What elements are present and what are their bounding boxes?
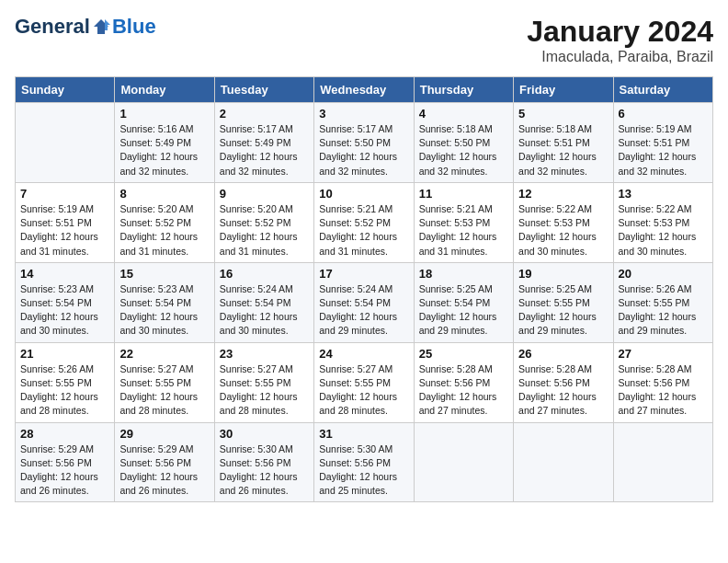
day-info: Sunrise: 5:18 AMSunset: 5:50 PMDaylight:… [419,122,508,178]
day-number: 27 [619,347,708,361]
calendar-cell: 6Sunrise: 5:19 AMSunset: 5:51 PMDaylight… [613,103,712,183]
calendar-week-row: 14Sunrise: 5:23 AMSunset: 5:54 PMDayligh… [16,262,713,342]
day-number: 1 [119,107,209,121]
calendar-cell: 8Sunrise: 5:20 AMSunset: 5:52 PMDaylight… [115,182,214,262]
calendar-cell: 30Sunrise: 5:30 AMSunset: 5:56 PMDayligh… [214,422,313,502]
day-number: 12 [518,187,608,201]
day-number: 26 [518,347,608,361]
day-info: Sunrise: 5:21 AMSunset: 5:53 PMDaylight:… [419,202,508,259]
month-title: January 2024 [527,15,713,49]
day-info: Sunrise: 5:26 AMSunset: 5:55 PMDaylight:… [619,282,708,339]
calendar-cell: 21Sunrise: 5:26 AMSunset: 5:55 PMDayligh… [16,342,115,422]
calendar-cell: 22Sunrise: 5:27 AMSunset: 5:55 PMDayligh… [115,342,214,422]
day-info: Sunrise: 5:20 AMSunset: 5:52 PMDaylight:… [220,202,309,259]
col-header-wednesday: Wednesday [314,77,414,103]
day-info: Sunrise: 5:22 AMSunset: 5:53 PMDaylight:… [518,202,608,259]
day-info: Sunrise: 5:27 AMSunset: 5:55 PMDaylight:… [220,362,309,419]
day-number: 4 [419,107,508,121]
day-info: Sunrise: 5:28 AMSunset: 5:56 PMDaylight:… [518,362,608,419]
day-number: 30 [220,427,309,441]
calendar-cell: 16Sunrise: 5:24 AMSunset: 5:54 PMDayligh… [214,262,313,342]
calendar-cell: 1Sunrise: 5:16 AMSunset: 5:49 PMDaylight… [115,103,214,183]
calendar-cell: 31Sunrise: 5:30 AMSunset: 5:56 PMDayligh… [314,422,414,502]
col-header-sunday: Sunday [16,77,115,103]
day-number: 22 [119,347,209,361]
col-header-monday: Monday [115,77,214,103]
logo-blue-text: Blue [112,15,156,39]
day-info: Sunrise: 5:29 AMSunset: 5:56 PMDaylight:… [20,442,109,499]
day-info: Sunrise: 5:17 AMSunset: 5:50 PMDaylight:… [319,122,408,178]
calendar-week-row: 28Sunrise: 5:29 AMSunset: 5:56 PMDayligh… [16,422,713,502]
day-info: Sunrise: 5:20 AMSunset: 5:52 PMDaylight:… [119,202,209,259]
day-number: 24 [319,347,408,361]
calendar-cell: 15Sunrise: 5:23 AMSunset: 5:54 PMDayligh… [115,262,214,342]
page-header: General Blue January 2024 Imaculada, Par… [15,15,713,65]
day-info: Sunrise: 5:17 AMSunset: 5:49 PMDaylight:… [220,122,309,178]
svg-marker-1 [105,19,110,30]
calendar-cell: 28Sunrise: 5:29 AMSunset: 5:56 PMDayligh… [16,422,115,502]
day-number: 21 [20,347,109,361]
calendar-table: SundayMondayTuesdayWednesdayThursdayFrid… [15,76,713,502]
calendar-cell: 3Sunrise: 5:17 AMSunset: 5:50 PMDaylight… [314,103,414,183]
day-number: 5 [518,107,608,121]
day-number: 14 [20,267,109,281]
day-number: 13 [619,187,708,201]
day-info: Sunrise: 5:27 AMSunset: 5:55 PMDaylight:… [119,362,209,419]
day-number: 2 [220,107,309,121]
day-info: Sunrise: 5:25 AMSunset: 5:54 PMDaylight:… [419,282,508,339]
calendar-cell [16,103,115,183]
calendar-cell [414,422,513,502]
calendar-cell: 20Sunrise: 5:26 AMSunset: 5:55 PMDayligh… [613,262,712,342]
day-info: Sunrise: 5:27 AMSunset: 5:55 PMDaylight:… [319,362,408,419]
calendar-cell [613,422,712,502]
day-info: Sunrise: 5:16 AMSunset: 5:49 PMDaylight:… [119,122,209,178]
day-info: Sunrise: 5:24 AMSunset: 5:54 PMDaylight:… [319,282,408,339]
calendar-cell [514,422,613,502]
calendar-cell: 24Sunrise: 5:27 AMSunset: 5:55 PMDayligh… [314,342,414,422]
logo: General Blue [15,15,156,39]
col-header-thursday: Thursday [414,77,513,103]
location-title: Imaculada, Paraiba, Brazil [527,49,713,65]
day-number: 19 [518,267,608,281]
calendar-cell: 14Sunrise: 5:23 AMSunset: 5:54 PMDayligh… [16,262,115,342]
day-info: Sunrise: 5:19 AMSunset: 5:51 PMDaylight:… [20,202,109,259]
calendar-week-row: 7Sunrise: 5:19 AMSunset: 5:51 PMDaylight… [16,182,713,262]
calendar-cell: 23Sunrise: 5:27 AMSunset: 5:55 PMDayligh… [214,342,313,422]
day-number: 3 [319,107,408,121]
day-info: Sunrise: 5:28 AMSunset: 5:56 PMDaylight:… [619,362,708,419]
day-info: Sunrise: 5:30 AMSunset: 5:56 PMDaylight:… [220,442,309,499]
title-block: January 2024 Imaculada, Paraiba, Brazil [527,15,713,65]
day-number: 25 [419,347,508,361]
col-header-tuesday: Tuesday [214,77,313,103]
calendar-cell: 17Sunrise: 5:24 AMSunset: 5:54 PMDayligh… [314,262,414,342]
day-info: Sunrise: 5:29 AMSunset: 5:56 PMDaylight:… [119,442,209,499]
logo-icon [92,17,110,36]
day-info: Sunrise: 5:23 AMSunset: 5:54 PMDaylight:… [119,282,209,339]
calendar-cell: 27Sunrise: 5:28 AMSunset: 5:56 PMDayligh… [613,342,712,422]
calendar-cell: 5Sunrise: 5:18 AMSunset: 5:51 PMDaylight… [514,103,613,183]
day-number: 29 [119,427,209,441]
logo-general-text: General [15,15,90,38]
day-number: 15 [119,267,209,281]
day-info: Sunrise: 5:25 AMSunset: 5:55 PMDaylight:… [518,282,608,339]
day-info: Sunrise: 5:23 AMSunset: 5:54 PMDaylight:… [20,282,109,339]
day-number: 11 [419,187,508,201]
day-number: 10 [319,187,408,201]
calendar-cell: 4Sunrise: 5:18 AMSunset: 5:50 PMDaylight… [414,103,513,183]
calendar-cell: 11Sunrise: 5:21 AMSunset: 5:53 PMDayligh… [414,182,513,262]
calendar-cell: 13Sunrise: 5:22 AMSunset: 5:53 PMDayligh… [613,182,712,262]
calendar-cell: 10Sunrise: 5:21 AMSunset: 5:52 PMDayligh… [314,182,414,262]
day-info: Sunrise: 5:26 AMSunset: 5:55 PMDaylight:… [20,362,109,419]
calendar-cell: 12Sunrise: 5:22 AMSunset: 5:53 PMDayligh… [514,182,613,262]
calendar-cell: 26Sunrise: 5:28 AMSunset: 5:56 PMDayligh… [514,342,613,422]
calendar-week-row: 21Sunrise: 5:26 AMSunset: 5:55 PMDayligh… [16,342,713,422]
day-info: Sunrise: 5:24 AMSunset: 5:54 PMDaylight:… [220,282,309,339]
calendar-week-row: 1Sunrise: 5:16 AMSunset: 5:49 PMDaylight… [16,103,713,183]
calendar-cell: 7Sunrise: 5:19 AMSunset: 5:51 PMDaylight… [16,182,115,262]
col-header-friday: Friday [514,77,613,103]
day-number: 18 [419,267,508,281]
day-info: Sunrise: 5:30 AMSunset: 5:56 PMDaylight:… [319,442,408,499]
day-info: Sunrise: 5:18 AMSunset: 5:51 PMDaylight:… [518,122,608,178]
day-number: 20 [619,267,708,281]
calendar-cell: 19Sunrise: 5:25 AMSunset: 5:55 PMDayligh… [514,262,613,342]
